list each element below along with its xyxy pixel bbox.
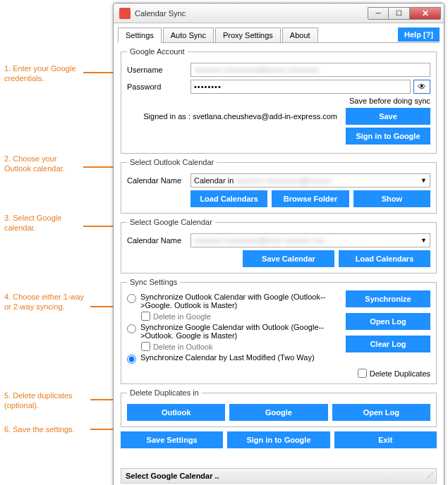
show-button[interactable]: Show [353, 190, 430, 207]
google-calname-select[interactable]: xxxxxxx xxxxxxxxx@xxxx xxxxxxx xxx ▼ [190, 233, 430, 247]
annotation-5: 5. Delete duplicates (optional). [4, 391, 89, 411]
open-log-button[interactable]: Open Log [346, 313, 430, 330]
sync-opt2-radio[interactable] [127, 324, 136, 333]
google-account-group: Google Account Username Password 👁 Save … [121, 47, 437, 154]
delete-in-google-checkbox[interactable] [141, 312, 150, 321]
tab-autosync[interactable]: Auto Sync [163, 27, 214, 42]
browse-folder-button[interactable]: Browse Folder [272, 190, 349, 207]
help-button[interactable]: Help [?] [398, 27, 440, 42]
delete-duplicates-label: Delete Duplicates [370, 369, 430, 378]
username-input[interactable] [190, 63, 430, 77]
dup-google-button[interactable]: Google [229, 404, 327, 421]
annotation-3: 3. Select Google calendar. [4, 213, 82, 233]
google-calendar-legend: Select Google Calendar [127, 218, 215, 226]
tabstrip: Settings Auto Sync Proxy Settings About … [118, 26, 440, 43]
sync-opt1-label: Synchronize Outlook Calendar with Google… [140, 293, 340, 309]
minimize-button[interactable]: ─ [368, 7, 389, 20]
delete-in-outlook-checkbox[interactable] [141, 342, 150, 351]
sync-opt2-label: Synchronize Google Calendar with Outlook… [140, 323, 340, 340]
username-label: Username [127, 66, 190, 74]
sync-opt3-radio[interactable] [127, 355, 136, 364]
status-text: Select Google Calendar .. [126, 472, 219, 480]
load-calendars-button[interactable]: Load Calendars [190, 190, 267, 207]
outlook-calendar-group: Select Outlook Calendar Calendar Name Ca… [121, 158, 437, 214]
delete-duplicates-group: Delete Duplicates in Outlook Google Open… [121, 388, 437, 427]
bottom-signin-button[interactable]: Sign in to Google [227, 431, 329, 448]
annotation-2: 2. Choose your Outlook calendar. [4, 154, 82, 174]
chevron-down-icon: ▼ [420, 237, 427, 244]
titlebar[interactable]: Calendar Sync ─ ☐ ✕ [114, 4, 444, 23]
app-window: Calendar Sync ─ ☐ ✕ Settings Auto Sync P… [113, 3, 444, 485]
password-input[interactable] [190, 80, 411, 94]
app-icon [119, 8, 131, 19]
tab-proxy[interactable]: Proxy Settings [215, 27, 281, 42]
tab-about[interactable]: About [282, 27, 318, 42]
signin-google-button[interactable]: Sign in to Google [346, 128, 430, 145]
sync-settings-legend: Sync Settings [127, 278, 180, 286]
save-calendar-button[interactable]: Save Calendar [243, 250, 334, 267]
delete-in-outlook-label: Delete in Outlook [153, 343, 212, 351]
google-account-legend: Google Account [127, 47, 188, 56]
eye-icon[interactable]: 👁 [413, 80, 430, 94]
save-hint: Save before doing sync [349, 97, 430, 105]
outlook-calname-select[interactable]: Calendar in xxxxxxx xxxxxxxxx@xxxxxx ▼ [190, 173, 430, 188]
resize-grip-icon[interactable]: ⋰ [427, 472, 432, 479]
dup-openlog-button[interactable]: Open Log [332, 404, 430, 421]
load-google-calendars-button[interactable]: Load Calendars [339, 250, 430, 267]
status-bar: Select Google Calendar .. ⋰ [121, 468, 437, 484]
save-settings-button[interactable]: Save Settings [121, 431, 223, 448]
sync-opt1-radio[interactable] [127, 294, 136, 303]
delete-duplicates-checkbox[interactable] [358, 369, 367, 378]
annotation-1: 1. Enter your Google credentials. [4, 63, 82, 84]
exit-button[interactable]: Exit [334, 431, 437, 448]
window-title: Calendar Sync [135, 9, 368, 18]
annotation-4: 4. Choose either 1-way or 2-way syncing. [4, 292, 89, 312]
sync-settings-group: Sync Settings Synchronize Outlook Calend… [121, 278, 437, 384]
delete-duplicates-legend: Delete Duplicates in [127, 388, 202, 397]
sync-opt3-label: Synchronize Calendar by Last Modified (T… [140, 353, 315, 362]
dup-outlook-button[interactable]: Outlook [127, 404, 225, 421]
outlook-calname-label: Calendar Name [127, 176, 190, 185]
signed-in-label: Signed in as : svetlana.cheusheva@add-in… [127, 112, 341, 121]
clear-log-button[interactable]: Clear Log [346, 336, 430, 352]
google-calendar-group: Select Google Calendar Calendar Name xxx… [121, 218, 437, 274]
maximize-button[interactable]: ☐ [389, 7, 410, 20]
save-button[interactable]: Save [346, 108, 430, 125]
outlook-calendar-legend: Select Outlook Calendar [127, 158, 217, 166]
delete-in-google-label: Delete in Google [153, 312, 211, 321]
annotation-6: 6. Save the settings. [4, 424, 89, 434]
google-calname-label: Calendar Name [127, 236, 190, 245]
synchronize-button[interactable]: Synchronize [346, 290, 430, 307]
tab-settings[interactable]: Settings [118, 27, 162, 43]
close-button[interactable]: ✕ [410, 7, 441, 20]
chevron-down-icon: ▼ [420, 177, 427, 184]
password-label: Password [127, 82, 190, 91]
